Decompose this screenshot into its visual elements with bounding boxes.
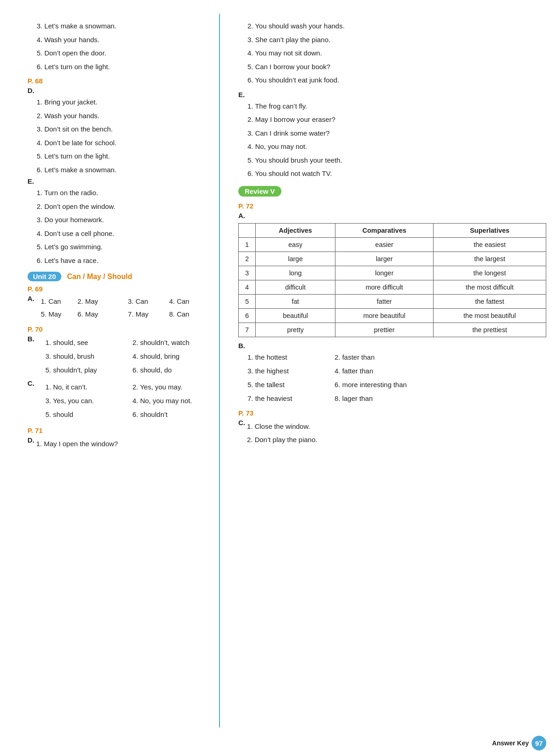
p72-a-label: A. (238, 212, 245, 219)
table-cell: difficult (256, 280, 335, 294)
p69-label: P. 69 (27, 285, 205, 293)
p69-a-r2c2: 6. May (77, 308, 128, 320)
p70-section: P. 70 B. 1. should, see 2. shouldn’t, wa… (27, 325, 205, 422)
unit20-header: Unit 20 Can / May / Should (27, 272, 205, 281)
table-cell: 7 (239, 323, 256, 337)
p70-b-label: B. (27, 335, 34, 343)
p72-b-label: B. (238, 342, 245, 350)
p70-b-r1c2: 2. shouldn’t, watch (132, 336, 215, 349)
p69-section: P. 69 A. 1. Can 2. May 3. Can 4. Can 5. … (27, 285, 205, 321)
p72-b-r1c1: 1. the hottest (247, 351, 330, 363)
p70-b-row2: 3. should, brush 4. should, bring (45, 350, 215, 362)
intro-section: 3. Let’s make a snowman. 4. Wash your ha… (27, 20, 205, 72)
right-e-item-1: 1. The frog can’t fly. (247, 100, 546, 112)
table-row: 7prettyprettierthe prettiest (239, 323, 546, 337)
intro-item-6: 6. Let’s turn on the light. (37, 61, 205, 73)
p68-d-item-6: 6. Let’s make a snowman. (37, 164, 205, 176)
right-d-item-4: 4. You may not sit down. (247, 47, 546, 59)
table-cell: the largest (434, 252, 546, 266)
table-cell: more difficult (335, 280, 434, 294)
table-cell: the longest (434, 266, 546, 280)
table-row: 5fatfatterthe fattest (239, 294, 546, 308)
p70-b-r3c1: 5. shouldn’t, play (45, 364, 128, 376)
p69-a-row2: 5. May 6. May 7. May 8. Can (41, 308, 210, 320)
right-d-section: 2. You should wash your hands. 3. She ca… (238, 20, 546, 86)
right-e-item-2: 2. May I borrow your eraser? (247, 114, 546, 126)
p70-c-r3c2: 6. shouldn’t (132, 408, 215, 421)
p70-c-r2c2: 4. No, you may not. (132, 394, 215, 407)
table-row: 2largelargerthe largest (239, 252, 546, 266)
p73-label: P. 73 (238, 409, 546, 417)
p72-b-r4c1: 7. the heaviest (247, 392, 330, 405)
table-cell: easy (256, 237, 335, 252)
table-cell: the fattest (434, 294, 546, 308)
p68-e-item-4: 4. Don’t use a cell phone. (37, 228, 205, 240)
table-cell: fat (256, 294, 335, 308)
table-cell: the most beautiful (434, 308, 546, 323)
right-d-item-5: 5. Can I borrow your book? (247, 61, 546, 73)
p68-e-item-6: 6. Let’s have a race. (37, 255, 205, 267)
p70-c-r3c1: 5. should (45, 408, 128, 421)
p72-b-r1c2: 2. faster than (335, 351, 375, 363)
table-row: 1easyeasierthe easiest (239, 237, 546, 252)
p72-b-row2: 3. the highest 4. fatter than (247, 365, 546, 377)
intro-item-3: 3. Let’s make a snowman. (37, 20, 205, 32)
p72-b-row3: 5. the tallest 6. more interesting than (247, 378, 546, 391)
p73-c-item-1: 1. Close the window. (247, 421, 317, 432)
p68-d-item-5: 5. Let’s turn on the light. (37, 150, 205, 162)
p70-c-r1c1: 1. No, it can’t. (45, 381, 128, 393)
table-header-adjectives: Adjectives (256, 223, 335, 237)
table-row: 4difficultmore difficultthe most difficu… (239, 280, 546, 294)
p70-b-row1: 1. should, see 2. shouldn’t, watch (45, 336, 215, 349)
p70-b-r2c1: 3. should, brush (45, 350, 128, 362)
table-cell: 1 (239, 237, 256, 252)
table-cell: beautiful (256, 308, 335, 323)
table-cell: long (256, 266, 335, 280)
p69-a-r2c3: 7. May (128, 308, 169, 320)
p68-section: P. 68 D. 1. Bring your jacket. 2. Wash y… (27, 77, 205, 266)
right-e-item-6: 6. You should not watch TV. (247, 168, 546, 180)
page-number-badge: 97 (532, 736, 546, 750)
unit-title: Can / May / Should (67, 273, 132, 281)
p73-section: P. 73 C. 1. Close the window. 2. Don’t p… (238, 409, 546, 448)
p71-section: P. 71 D. 1. May I open the window? (27, 427, 205, 452)
table-cell: the easiest (434, 237, 546, 252)
p72-b-section: B. 1. the hottest 2. faster than 3. the … (238, 342, 546, 405)
table-header-0 (239, 223, 256, 237)
p69-a-r1c3: 3. Can (128, 295, 169, 307)
p69-a-r1c2: 2. May (77, 295, 128, 307)
table-cell: 2 (239, 252, 256, 266)
adjectives-table: Adjectives Comparatives Superlatives 1ea… (238, 223, 546, 337)
p72-label: P. 72 (238, 202, 546, 210)
p70-c-row1: 1. No, it can’t. 2. Yes, you may. (45, 381, 215, 393)
table-cell: more beautiful (335, 308, 434, 323)
intro-item-4: 4. Wash your hands. (37, 34, 205, 46)
p70-b-r2c2: 4. should, bring (132, 350, 215, 362)
p68-e-label: E. (27, 177, 34, 185)
p72-b-row1: 1. the hottest 2. faster than (247, 351, 546, 363)
p70-c-row2: 3. Yes, you can. 4. No, you may not. (45, 394, 215, 407)
p68-d-item-3: 3. Don’t sit on the bench. (37, 123, 205, 135)
p69-a-label: A. (27, 295, 34, 302)
review-badge: Review V (238, 186, 281, 197)
table-cell: longer (335, 266, 434, 280)
right-e-item-3: 3. Can I drink some water? (247, 127, 546, 139)
review-badge-container: Review V (238, 186, 546, 199)
table-row: 6beautifulmore beautifulthe most beautif… (239, 308, 546, 323)
p69-a-r2c1: 5. May (41, 308, 77, 320)
p71-d-item-1: 1. May I open the window? (36, 438, 118, 450)
table-cell: easier (335, 237, 434, 252)
p68-d-label: D. (27, 87, 34, 94)
p72-b-r4c2: 8. lager than (335, 392, 373, 405)
intro-item-5: 5. Don’t open the door. (37, 47, 205, 59)
p71-label: P. 71 (27, 427, 205, 434)
right-d-item-2: 2. You should wash your hands. (247, 20, 546, 32)
table-cell: 4 (239, 280, 256, 294)
unit-badge: Unit 20 (27, 272, 61, 281)
p72-b-r2c1: 3. the highest (247, 365, 330, 377)
table-cell: prettier (335, 323, 434, 337)
p68-e-item-2: 2. Don’t open the window. (37, 201, 205, 213)
table-header-comparatives: Comparatives (335, 223, 434, 237)
p70-b-row3: 5. shouldn’t, play 6. should, do (45, 364, 215, 376)
p70-b-r3c2: 6. should, do (132, 364, 215, 376)
